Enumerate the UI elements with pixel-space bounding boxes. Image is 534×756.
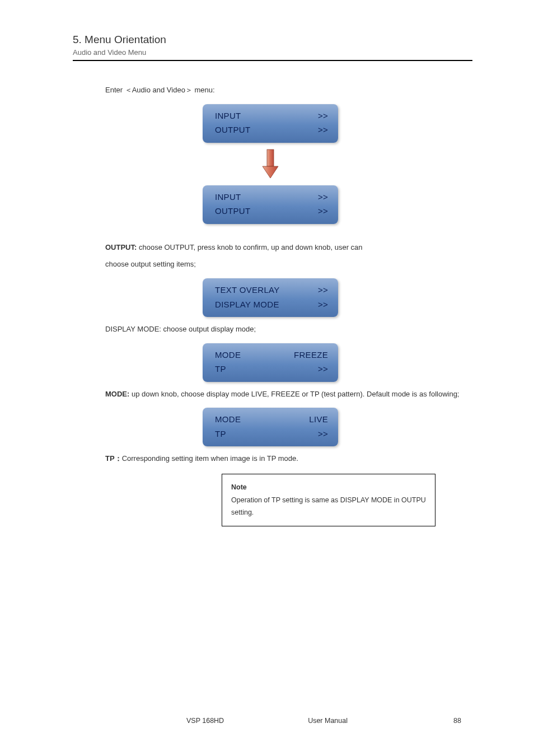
- panel-label: MODE: [215, 412, 241, 427]
- panel-label: DISPLAY MODE: [215, 297, 279, 312]
- panel-value: >>: [318, 297, 329, 312]
- panel-label: INPUT: [215, 190, 241, 204]
- output-label: OUTPUT:: [105, 243, 137, 251]
- panel-value: LIVE: [309, 412, 329, 427]
- panel-value: >>: [318, 123, 329, 137]
- intro-text: Enter ＜Audio and Video＞ menu:: [105, 83, 472, 97]
- panel-row: INPUT >>: [215, 190, 329, 204]
- panel-row: OUTPUT >>: [215, 123, 329, 137]
- panel-value: >>: [318, 190, 329, 204]
- down-arrow-icon: [259, 148, 282, 180]
- page-footer: VSP 168HD User Manual 88: [0, 717, 534, 725]
- panel-row: TP >>: [215, 427, 329, 441]
- tp-description: TP：Corresponding setting item when image…: [105, 452, 472, 466]
- section-heading: 5. Menu Orientation: [73, 34, 472, 46]
- lcd-panel: INPUT >> OUTPUT >>: [203, 185, 338, 224]
- panel-row: MODE FREEZE: [215, 348, 329, 362]
- output-description: OUTPUT: choose OUTPUT, press knob to con…: [105, 241, 472, 255]
- panel-label: TEXT OVERLAY: [215, 283, 280, 297]
- page-number: 88: [453, 717, 461, 725]
- panel-value: >>: [318, 283, 329, 297]
- lcd-panel: INPUT >> OUTPUT >>: [203, 104, 338, 143]
- mode-label: MODE:: [105, 390, 132, 398]
- lcd-panel: MODE LIVE TP >>: [203, 408, 338, 446]
- tp-label: TP：: [105, 454, 122, 463]
- svg-marker-1: [263, 166, 278, 178]
- mode-description: MODE: up down knob, choose display mode …: [105, 388, 472, 402]
- panel-row: OUTPUT >>: [215, 204, 329, 218]
- footer-model: VSP 168HD: [186, 717, 224, 725]
- panel-value: >>: [318, 427, 329, 441]
- lcd-panel: TEXT OVERLAY >> DISPLAY MODE >>: [203, 278, 338, 317]
- panel-label: INPUT: [215, 109, 241, 123]
- panel-row: TP >>: [215, 362, 329, 376]
- panel-label: MODE: [215, 348, 241, 362]
- footer-title: User Manual: [308, 717, 348, 725]
- panel-row: MODE LIVE: [215, 412, 329, 427]
- panel-label: OUTPUT: [215, 204, 250, 218]
- panel-label: TP: [215, 362, 226, 376]
- panel-row: DISPLAY MODE >>: [215, 297, 329, 312]
- panel-value: >>: [318, 109, 329, 123]
- note-text: Note Operation of TP setting is same as …: [231, 481, 426, 519]
- svg-rect-0: [267, 150, 274, 166]
- panel-value: >>: [318, 362, 329, 376]
- note-box: Note Operation of TP setting is same as …: [222, 474, 435, 526]
- panel-value: >>: [318, 204, 329, 218]
- lcd-panel: MODE FREEZE TP >>: [203, 343, 338, 382]
- subheading: Audio and Video Menu: [73, 48, 472, 57]
- panel-row: INPUT >>: [215, 109, 329, 123]
- display-mode-text: DISPLAY MODE: choose output display mode…: [105, 323, 472, 337]
- panel-label: OUTPUT: [215, 123, 250, 137]
- panel-row: TEXT OVERLAY >>: [215, 283, 329, 297]
- header-rule: [73, 60, 472, 61]
- output-description-line2: choose output setting items;: [105, 258, 472, 272]
- panel-value: FREEZE: [294, 348, 329, 362]
- panel-label: TP: [215, 427, 226, 441]
